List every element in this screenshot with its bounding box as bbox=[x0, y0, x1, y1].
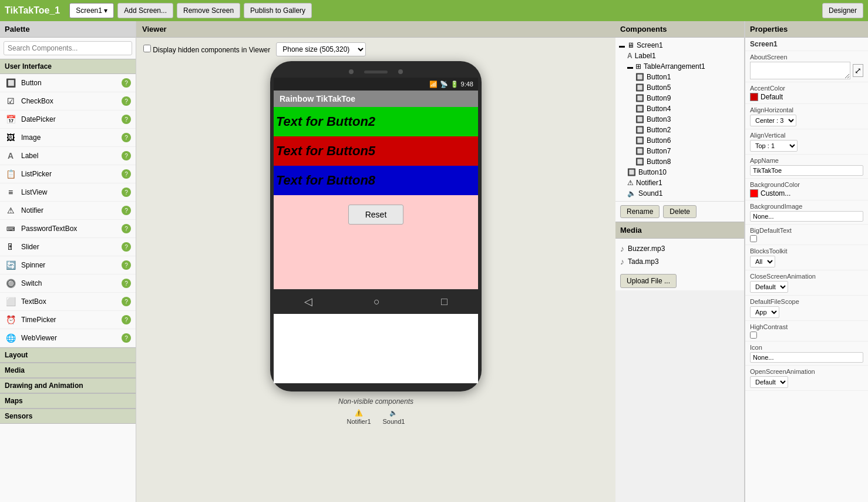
prop-accentcolor-name: AccentColor bbox=[750, 85, 863, 92]
timepicker-help-icon[interactable]: ? bbox=[122, 315, 131, 324]
palette-item-passwordtextbox[interactable]: ⌨ PasswordTextBox ? bbox=[0, 220, 136, 238]
comp-button6[interactable]: 🔲 Button6 bbox=[615, 135, 744, 146]
phone-size-select[interactable]: Phone size (505,320) Tablet size (768,10… bbox=[276, 42, 366, 56]
slider-icon: 🎚 bbox=[5, 241, 16, 253]
palette-item-label-text: Label bbox=[21, 152, 122, 160]
label-help-icon[interactable]: ? bbox=[122, 151, 131, 160]
phone-button8[interactable]: Text for Button8 bbox=[274, 166, 478, 195]
comp-screen1-label: Screen1 bbox=[637, 41, 663, 49]
switch-help-icon[interactable]: ? bbox=[122, 279, 131, 288]
comp-button9[interactable]: 🔲 Button9 bbox=[615, 93, 744, 103]
palette-item-slider[interactable]: 🎚 Slider ? bbox=[0, 238, 136, 256]
prop-appname-input[interactable] bbox=[750, 165, 863, 176]
phone-button2[interactable]: Text for Button2 bbox=[274, 107, 478, 136]
palette-item-datepicker[interactable]: 📅 DatePicker ? bbox=[0, 111, 136, 129]
palette-section-maps[interactable]: Maps bbox=[0, 393, 136, 409]
prop-highcontrast-checkbox[interactable] bbox=[750, 332, 757, 339]
palette-item-switch[interactable]: 🔘 Switch ? bbox=[0, 275, 136, 293]
screen1-toggle[interactable]: ▬ bbox=[619, 42, 627, 49]
palette-item-button[interactable]: 🔲 Button ? bbox=[0, 74, 136, 92]
hidden-components-checkbox[interactable] bbox=[143, 45, 151, 52]
palette-item-webviewer[interactable]: 🌐 WebViewer ? bbox=[0, 329, 136, 347]
comp-label1[interactable]: A Label1 bbox=[615, 51, 744, 61]
comp-button2[interactable]: 🔲 Button2 bbox=[615, 125, 744, 135]
phone-reset-button[interactable]: Reset bbox=[348, 205, 404, 225]
palette-item-listview[interactable]: ≡ ListView ? bbox=[0, 183, 136, 202]
prop-alignvertical-select[interactable]: Top : 1 Center : 2 Bottom : 3 bbox=[750, 140, 798, 152]
palette-item-label[interactable]: A Label ? bbox=[0, 147, 136, 165]
palette-section-media[interactable]: Media bbox=[0, 363, 136, 378]
nav-recents-icon[interactable]: □ bbox=[441, 296, 448, 308]
table1-toggle[interactable]: ▬ bbox=[627, 63, 635, 70]
passwordtextbox-help-icon[interactable]: ? bbox=[122, 224, 131, 233]
phone-button5[interactable]: Text for Button5 bbox=[274, 136, 478, 166]
prop-blockstoolkit-select[interactable]: All bbox=[750, 256, 775, 267]
comp-tablearrangement1[interactable]: ▬ ⊞ TableArrangement1 bbox=[615, 61, 744, 72]
palette-section-sensors[interactable]: Sensors bbox=[0, 409, 136, 424]
listpicker-icon: 📋 bbox=[5, 168, 16, 180]
comp-button3[interactable]: 🔲 Button3 bbox=[615, 114, 744, 125]
palette-item-spinner[interactable]: 🔄 Spinner ? bbox=[0, 256, 136, 275]
backgroundcolor-swatch[interactable] bbox=[750, 189, 758, 198]
prop-blockstoolkit-value: All bbox=[750, 256, 863, 267]
accentcolor-swatch[interactable] bbox=[750, 93, 758, 101]
palette-item-label: Button bbox=[21, 79, 122, 87]
phone-nav-bar: ◁ ○ □ bbox=[274, 289, 478, 314]
prop-aboutscreen-textarea[interactable] bbox=[750, 62, 850, 79]
webviewer-help-icon[interactable]: ? bbox=[122, 333, 131, 343]
datepicker-help-icon[interactable]: ? bbox=[122, 115, 131, 124]
listpicker-help-icon[interactable]: ? bbox=[122, 169, 131, 179]
delete-button[interactable]: Delete bbox=[663, 205, 697, 218]
comp-button7[interactable]: 🔲 Button7 bbox=[615, 146, 744, 156]
palette-section-drawing[interactable]: Drawing and Animation bbox=[0, 378, 136, 393]
checkbox-help-icon[interactable]: ? bbox=[122, 96, 131, 106]
palette-item-textbox[interactable]: ⬜ TextBox ? bbox=[0, 293, 136, 311]
comp-notifier1[interactable]: ⚠ Notifier1 bbox=[615, 178, 744, 188]
prop-alignhorizontal-select[interactable]: Center : 3 Left : 1 Right : 2 bbox=[750, 115, 796, 126]
listview-help-icon[interactable]: ? bbox=[122, 188, 131, 197]
components-header: Components bbox=[615, 21, 744, 38]
search-input[interactable] bbox=[4, 41, 132, 55]
prop-bigdefaulttext-checkbox[interactable] bbox=[750, 235, 757, 242]
prop-aboutscreen-expand-icon[interactable]: ⤢ bbox=[853, 64, 863, 77]
palette-section-ui[interactable]: User Interface bbox=[0, 59, 136, 74]
palette-item-notifier[interactable]: ⚠ Notifier ? bbox=[0, 202, 136, 220]
prop-backgroundimage-input[interactable] bbox=[750, 211, 863, 222]
comp-button10[interactable]: 🔲 Button10 bbox=[615, 167, 744, 178]
comp-button1[interactable]: 🔲 Button1 bbox=[615, 72, 744, 82]
image-help-icon[interactable]: ? bbox=[122, 133, 131, 142]
palette-item-listpicker[interactable]: 📋 ListPicker ? bbox=[0, 165, 136, 183]
publish-button[interactable]: Publish to Gallery bbox=[244, 3, 312, 18]
spinner-help-icon[interactable]: ? bbox=[122, 260, 131, 270]
palette-section-layout[interactable]: Layout bbox=[0, 347, 136, 363]
button5-type-icon: 🔲 bbox=[635, 83, 644, 92]
designer-button[interactable]: Designer bbox=[822, 3, 863, 18]
comp-button8[interactable]: 🔲 Button8 bbox=[615, 156, 744, 167]
viewer-panel: Viewer Display hidden components in View… bbox=[136, 21, 615, 502]
nav-home-icon[interactable]: ○ bbox=[374, 296, 380, 308]
prop-closescreenanimation-select[interactable]: Default bbox=[750, 281, 788, 293]
prop-defaultfilescope-select[interactable]: App bbox=[750, 306, 779, 318]
nav-back-icon[interactable]: ◁ bbox=[304, 295, 312, 308]
rename-button[interactable]: Rename bbox=[620, 205, 660, 218]
upload-button[interactable]: Upload File ... bbox=[620, 274, 677, 288]
button-help-icon[interactable]: ? bbox=[122, 78, 131, 88]
remove-screen-button[interactable]: Remove Screen bbox=[177, 3, 240, 18]
prop-icon-input[interactable] bbox=[750, 352, 863, 363]
prop-icon-name: Icon bbox=[750, 344, 863, 351]
comp-button5[interactable]: 🔲 Button5 bbox=[615, 82, 744, 93]
comp-sound1[interactable]: 🔈 Sound1 bbox=[615, 188, 744, 199]
palette-item-image[interactable]: 🖼 Image ? bbox=[0, 129, 136, 147]
comp-screen1[interactable]: ▬ 🖥 Screen1 bbox=[615, 40, 744, 51]
prop-appname-name: AppName bbox=[750, 157, 863, 164]
palette-item-timepicker[interactable]: ⏰ TimePicker ? bbox=[0, 311, 136, 329]
prop-openscreenanimation-select[interactable]: Default bbox=[750, 376, 788, 388]
screen1-button[interactable]: Screen1 ▾ bbox=[69, 3, 114, 18]
comp-button4[interactable]: 🔲 Button4 bbox=[615, 103, 744, 114]
notifier-help-icon[interactable]: ? bbox=[122, 206, 131, 215]
notifier1-item: ⚠️ Notifier1 bbox=[347, 409, 371, 425]
palette-item-checkbox[interactable]: ☑ CheckBox ? bbox=[0, 92, 136, 111]
textbox-help-icon[interactable]: ? bbox=[122, 297, 131, 306]
add-screen-button[interactable]: Add Screen... bbox=[117, 3, 173, 18]
slider-help-icon[interactable]: ? bbox=[122, 242, 131, 252]
